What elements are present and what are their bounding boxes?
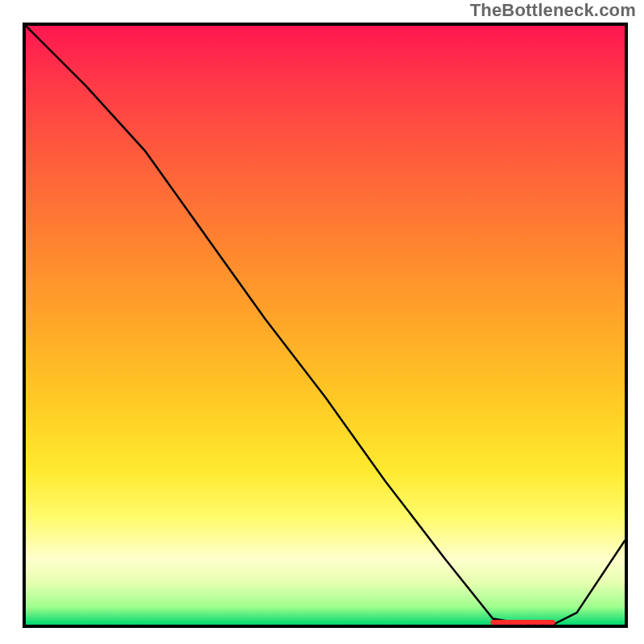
- chart-container: TheBottleneck.com: [0, 0, 644, 644]
- bottleneck-curve: [26, 26, 625, 625]
- plot-area: [23, 23, 628, 628]
- bottleneck-curve-svg: [26, 26, 625, 625]
- watermark-text: TheBottleneck.com: [470, 0, 636, 21]
